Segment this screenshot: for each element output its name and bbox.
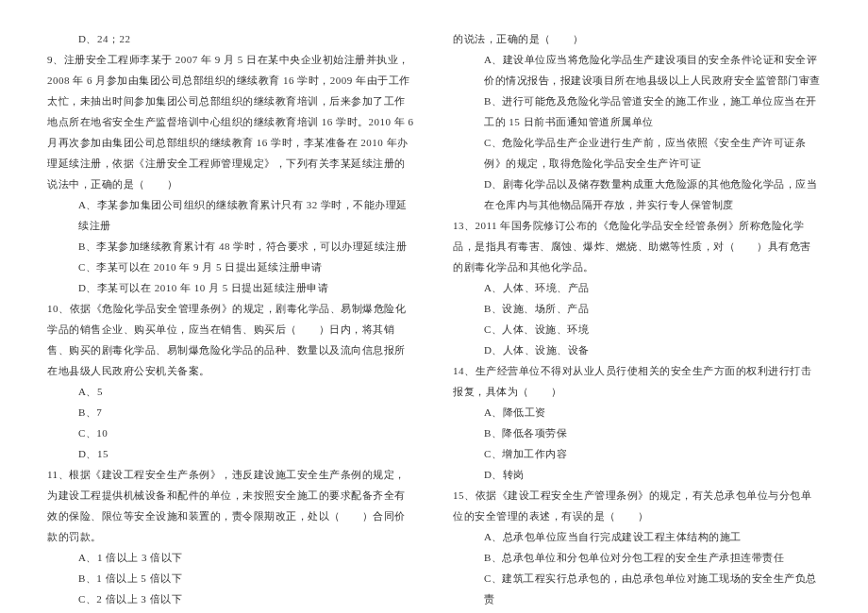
q13-option-d: D、人体、设施、设备 xyxy=(453,340,821,360)
q8-option-d: D、24；22 xyxy=(47,28,415,49)
q15-stem: 15、依据《建设工程安全生产管理条例》的规定，有关总承包单位与分包单位的安全管理… xyxy=(453,485,821,526)
q9-option-b: B、李某参加继续教育累计有 48 学时，符合要求，可以办理延续注册 xyxy=(47,236,415,257)
q10-option-d: D、15 xyxy=(47,443,415,464)
q15-option-c: C、建筑工程实行总承包的，由总承包单位对施工现场的安全生产负总责 xyxy=(453,568,821,609)
q14-stem: 14、生产经营单位不得对从业人员行使相关的安全生产方面的权利进行打击报复，具体为… xyxy=(453,360,821,402)
q14-option-b: B、降低各项劳保 xyxy=(453,422,821,443)
q15-option-d: D、分包单位不服从管理导致生产安全事故的，由分包单位自行承担全部责任 xyxy=(453,609,821,613)
q12-stem-cont: 的说法，正确的是（ ） xyxy=(453,28,821,49)
left-column: D、24；22 9、注册安全工程师李某于 2007 年 9 月 5 日在某中央企… xyxy=(47,28,415,613)
q15-option-b: B、总承包单位和分包单位对分包工程的安全生产承担连带责任 xyxy=(453,547,821,568)
q9-option-a: A、李某参加集团公司组织的继续教育累计只有 32 学时，不能办理延续注册 xyxy=(47,194,415,236)
q10-option-a: A、5 xyxy=(47,381,415,402)
q13-option-b: B、设施、场所、产品 xyxy=(453,298,821,319)
q13-option-c: C、人体、设施、环境 xyxy=(453,319,821,340)
right-column: 的说法，正确的是（ ） A、建设单位应当将危险化学品生产建设项目的安全条件论证和… xyxy=(453,28,821,613)
q12-option-d: D、剧毒化学品以及储存数量构成重大危险源的其他危险化学品，应当在仓库内与其他物品… xyxy=(453,174,821,215)
q9-stem: 9、注册安全工程师李某于 2007 年 9 月 5 日在某中央企业初始注册并执业… xyxy=(47,49,415,194)
q10-stem: 10、依据《危险化学品安全管理条例》的规定，剧毒化学品、易制爆危险化学品的销售企… xyxy=(47,298,415,381)
q13-option-a: A、人体、环境、产品 xyxy=(453,277,821,298)
q12-option-c: C、危险化学品生产企业进行生产前，应当依照《安全生产许可证条例》的规定，取得危险… xyxy=(453,132,821,174)
q10-option-c: C、10 xyxy=(47,422,415,443)
q12-option-a: A、建设单位应当将危险化学品生产建设项目的安全条件论证和安全评价的情况报告，报建… xyxy=(453,49,821,91)
q10-option-b: B、7 xyxy=(47,402,415,422)
q14-option-c: C、增加工作内容 xyxy=(453,443,821,464)
q15-option-a: A、总承包单位应当自行完成建设工程主体结构的施工 xyxy=(453,526,821,547)
q9-option-c: C、李某可以在 2010 年 9 月 5 日提出延续注册申请 xyxy=(47,257,415,277)
q11-option-d: D、2 倍以上 5 倍以下 xyxy=(47,609,415,613)
q9-option-d: D、李某可以在 2010 年 10 月 5 日提出延续注册申请 xyxy=(47,277,415,298)
q11-option-b: B、1 倍以上 5 倍以下 xyxy=(47,568,415,588)
q13-stem: 13、2011 年国务院修订公布的《危险化学品安全经管条例》所称危险化学品，是指… xyxy=(453,215,821,277)
q11-option-a: A、1 倍以上 3 倍以下 xyxy=(47,547,415,568)
q14-option-d: D、转岗 xyxy=(453,464,821,485)
q12-option-b: B、进行可能危及危险化学品管道安全的施工作业，施工单位应当在开工的 15 日前书… xyxy=(453,91,821,132)
q11-option-c: C、2 倍以上 3 倍以下 xyxy=(47,588,415,609)
q14-option-a: A、降低工资 xyxy=(453,402,821,422)
q11-stem: 11、根据《建设工程安全生产条例》，违反建设施工安全生产条例的规定，为建设工程提… xyxy=(47,464,415,547)
